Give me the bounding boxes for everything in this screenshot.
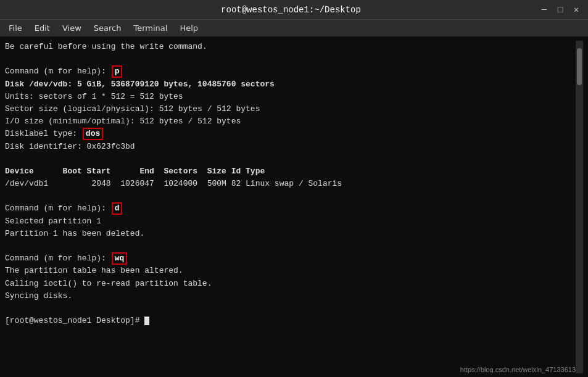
menu-terminal[interactable]: Terminal [128,22,172,34]
line-blank5 [5,302,576,315]
watermark: https://blog.csdn.net/weixin_47133613 [460,366,576,373]
menu-file[interactable]: File [4,22,27,34]
line-blank4 [5,240,576,252]
line-device-header: Device Boot Start End Sectors Size Id Ty… [5,165,576,178]
line-altered: The partition table has been altered. [5,265,576,277]
terminal-output[interactable]: Be careful before using the write comman… [5,41,576,373]
line-sector-size: Sector size (logical/physical): 512 byte… [5,103,576,115]
menu-edit[interactable]: Edit [30,22,55,34]
menu-view[interactable]: View [57,22,86,34]
cmd-d-highlight: d [112,202,123,215]
line-device-row: /dev/vdb1 2048 1026047 1024000 500M 82 L… [5,178,576,190]
line-blank2 [5,153,576,165]
line-prompt: [root@westos_node1 Desktop]# [5,315,576,327]
close-button[interactable]: ✕ [571,4,582,15]
title-bar: root@westos_node1:~/Desktop ─ □ ✕ [0,0,588,20]
menu-search[interactable]: Search [89,22,126,34]
maximize-button[interactable]: □ [555,4,566,15]
cmd-p-highlight: p [112,65,123,78]
scrollbar[interactable] [576,41,583,373]
cmd-wq-highlight: wq [112,252,128,265]
line-selected: Selected partition 1 [5,215,576,228]
line-syncing: Syncing disks. [5,290,576,302]
window-title: root@westos_node1:~/Desktop [43,5,539,15]
terminal-window: Be careful before using the write comman… [0,37,588,377]
scrollbar-thumb[interactable] [577,48,582,85]
line-warn: Be careful before using the write comman… [5,41,576,53]
line-blank1 [5,53,576,65]
disklabel-highlight: dos [83,128,103,140]
line-units: Units: sectors of 1 * 512 = 512 bytes [5,91,576,103]
line-cmd2: Command (m for help): d [5,202,576,215]
line-disk-info: Disk /dev/vdb: 5 GiB, 5368709120 bytes, … [5,78,576,91]
window-controls[interactable]: ─ □ ✕ [539,4,582,15]
line-cmd3: Command (m for help): wq [5,252,576,265]
minimize-button[interactable]: ─ [539,4,550,15]
line-disklabel: Disklabel type: dos [5,128,576,140]
cursor-block [144,317,149,325]
menu-bar: File Edit View Search Terminal Help [0,20,588,37]
line-cmd1: Command (m for help): p [5,65,576,78]
line-disk-id: Disk identifier: 0x623fc3bd [5,141,576,153]
line-deleted: Partition 1 has been deleted. [5,228,576,240]
line-ioctl: Calling ioctl() to re-read partition tab… [5,278,576,290]
line-io-size: I/O size (minimum/optimal): 512 bytes / … [5,115,576,128]
line-blank3 [5,190,576,202]
menu-help[interactable]: Help [175,22,203,34]
